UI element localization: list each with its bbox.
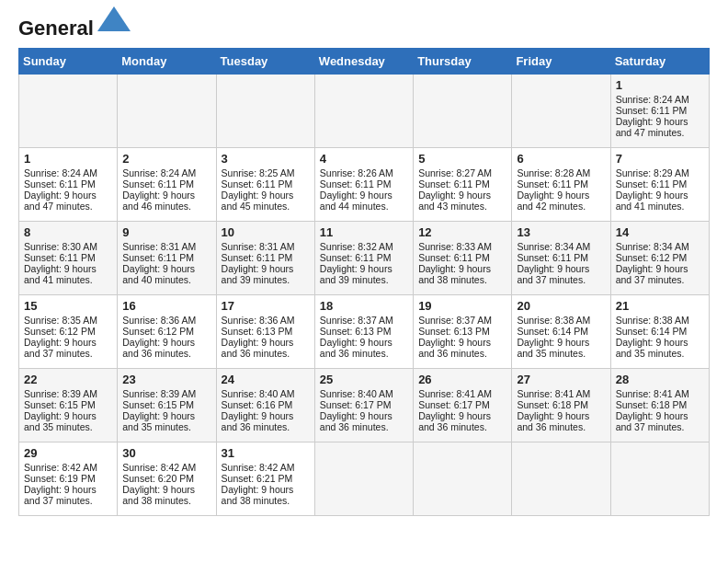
sunset: Sunset: 6:13 PM: [418, 326, 490, 337]
daylight: Daylight: 9 hours and 41 minutes.: [616, 190, 688, 212]
calendar-cell: [216, 75, 314, 148]
sunset: Sunset: 6:12 PM: [616, 252, 688, 263]
sunrise: Sunrise: 8:37 AM: [418, 315, 492, 326]
daylight: Daylight: 9 hours and 38 minutes.: [418, 263, 491, 285]
daylight: Daylight: 9 hours and 35 minutes.: [616, 337, 688, 359]
calendar-cell: 31Sunrise: 8:42 AMSunset: 6:21 PMDayligh…: [216, 442, 314, 516]
calendar-cell: [314, 442, 413, 516]
sunrise: Sunrise: 8:42 AM: [24, 462, 97, 473]
sunset: Sunset: 6:21 PM: [222, 473, 293, 484]
svg-marker-0: [97, 6, 131, 31]
daylight: Daylight: 9 hours and 35 minutes.: [517, 337, 589, 359]
day-number: 25: [320, 373, 408, 386]
daylight: Daylight: 9 hours and 47 minutes.: [24, 190, 97, 212]
day-number: 31: [222, 446, 310, 460]
sunset: Sunset: 6:11 PM: [418, 252, 490, 263]
calendar-cell: 4Sunrise: 8:26 AMSunset: 6:11 PMDaylight…: [314, 148, 413, 222]
day-number: 6: [517, 152, 605, 166]
calendar-header-thursday: Thursday: [414, 49, 512, 75]
calendar-cell: 1Sunrise: 8:24 AMSunset: 6:11 PMDaylight…: [19, 148, 118, 222]
calendar-cell: 27Sunrise: 8:41 AMSunset: 6:18 PMDayligh…: [512, 369, 610, 442]
sunrise: Sunrise: 8:29 AM: [616, 167, 689, 178]
sunset: Sunset: 6:19 PM: [24, 473, 96, 484]
daylight: Daylight: 9 hours and 38 minutes.: [222, 484, 294, 506]
sunset: Sunset: 6:16 PM: [222, 399, 293, 410]
daylight: Daylight: 9 hours and 40 minutes.: [122, 263, 195, 285]
sunrise: Sunrise: 8:32 AM: [320, 241, 393, 252]
calendar-cell: [118, 75, 216, 148]
calendar-cell: [414, 442, 512, 516]
daylight: Daylight: 9 hours and 36 minutes.: [418, 410, 491, 432]
sunset: Sunset: 6:13 PM: [320, 326, 392, 337]
sunset: Sunset: 6:11 PM: [222, 178, 293, 190]
daylight: Daylight: 9 hours and 37 minutes.: [616, 263, 688, 285]
sunrise: Sunrise: 8:42 AM: [122, 462, 196, 473]
calendar-header-saturday: Saturday: [610, 49, 709, 75]
sunset: Sunset: 6:20 PM: [122, 473, 194, 484]
sunset: Sunset: 6:11 PM: [122, 252, 194, 263]
header: General: [18, 18, 710, 39]
day-number: 18: [320, 299, 408, 313]
calendar-week-row: 8Sunrise: 8:30 AMSunset: 6:11 PMDaylight…: [19, 222, 710, 295]
day-number: 2: [122, 152, 210, 166]
calendar-body: 1Sunrise: 8:24 AMSunset: 6:11 PMDaylight…: [19, 75, 710, 516]
daylight: Daylight: 9 hours and 45 minutes.: [222, 190, 294, 212]
day-number: 19: [418, 299, 506, 313]
sunset: Sunset: 6:15 PM: [24, 399, 96, 410]
sunset: Sunset: 6:15 PM: [122, 399, 194, 410]
calendar-cell: 29Sunrise: 8:42 AMSunset: 6:19 PMDayligh…: [19, 442, 118, 516]
sunset: Sunset: 6:11 PM: [122, 178, 194, 190]
calendar-cell: 17Sunrise: 8:36 AMSunset: 6:13 PMDayligh…: [216, 295, 314, 369]
sunset: Sunset: 6:14 PM: [616, 326, 688, 337]
calendar-cell: 10Sunrise: 8:31 AMSunset: 6:11 PMDayligh…: [216, 222, 314, 295]
calendar-cell: [512, 442, 610, 516]
sunrise: Sunrise: 8:31 AM: [122, 241, 196, 252]
sunset: Sunset: 6:18 PM: [517, 399, 588, 410]
sunset: Sunset: 6:11 PM: [517, 252, 588, 263]
day-number: 3: [222, 152, 310, 166]
sunrise: Sunrise: 8:38 AM: [616, 315, 689, 326]
day-number: 1: [24, 152, 112, 166]
daylight: Daylight: 9 hours and 37 minutes.: [517, 263, 589, 285]
sunrise: Sunrise: 8:33 AM: [418, 241, 492, 252]
sunset: Sunset: 6:17 PM: [418, 399, 490, 410]
calendar-cell: [512, 75, 610, 148]
sunrise: Sunrise: 8:41 AM: [418, 388, 492, 399]
sunset: Sunset: 6:11 PM: [616, 105, 688, 116]
calendar-header-tuesday: Tuesday: [216, 49, 314, 75]
sunset: Sunset: 6:11 PM: [517, 178, 588, 190]
calendar-cell: 9Sunrise: 8:31 AMSunset: 6:11 PMDaylight…: [118, 222, 216, 295]
calendar-cell: 23Sunrise: 8:39 AMSunset: 6:15 PMDayligh…: [118, 369, 216, 442]
day-number: 24: [222, 373, 310, 386]
calendar-week-row: 1Sunrise: 8:24 AMSunset: 6:11 PMDaylight…: [19, 148, 710, 222]
calendar-table: SundayMondayTuesdayWednesdayThursdayFrid…: [18, 48, 710, 516]
day-number: 30: [122, 446, 210, 460]
sunset: Sunset: 6:13 PM: [222, 326, 293, 337]
sunset: Sunset: 6:11 PM: [222, 252, 293, 263]
day-number: 7: [616, 152, 704, 166]
calendar-cell: 18Sunrise: 8:37 AMSunset: 6:13 PMDayligh…: [314, 295, 413, 369]
calendar-cell: 1Sunrise: 8:24 AMSunset: 6:11 PMDaylight…: [610, 75, 709, 148]
sunset: Sunset: 6:17 PM: [320, 399, 392, 410]
sunset: Sunset: 6:11 PM: [24, 252, 96, 263]
day-number: 10: [222, 225, 310, 239]
daylight: Daylight: 9 hours and 36 minutes.: [320, 410, 392, 432]
day-number: 16: [122, 299, 210, 313]
sunrise: Sunrise: 8:34 AM: [616, 241, 689, 252]
sunrise: Sunrise: 8:37 AM: [320, 315, 393, 326]
day-number: 27: [517, 373, 605, 386]
calendar-cell: 7Sunrise: 8:29 AMSunset: 6:11 PMDaylight…: [610, 148, 709, 222]
sunrise: Sunrise: 8:38 AM: [517, 315, 590, 326]
day-number: 21: [616, 299, 704, 313]
day-number: 15: [24, 299, 112, 313]
calendar-cell: [414, 75, 512, 148]
calendar-cell: 11Sunrise: 8:32 AMSunset: 6:11 PMDayligh…: [314, 222, 413, 295]
calendar-week-row: 15Sunrise: 8:35 AMSunset: 6:12 PMDayligh…: [19, 295, 710, 369]
calendar-header-row: SundayMondayTuesdayWednesdayThursdayFrid…: [19, 49, 710, 75]
sunrise: Sunrise: 8:35 AM: [24, 315, 97, 326]
calendar-cell: 28Sunrise: 8:41 AMSunset: 6:18 PMDayligh…: [610, 369, 709, 442]
daylight: Daylight: 9 hours and 39 minutes.: [222, 263, 294, 285]
daylight: Daylight: 9 hours and 37 minutes.: [616, 410, 688, 432]
calendar-cell: 12Sunrise: 8:33 AMSunset: 6:11 PMDayligh…: [414, 222, 512, 295]
sunrise: Sunrise: 8:42 AM: [222, 462, 295, 473]
